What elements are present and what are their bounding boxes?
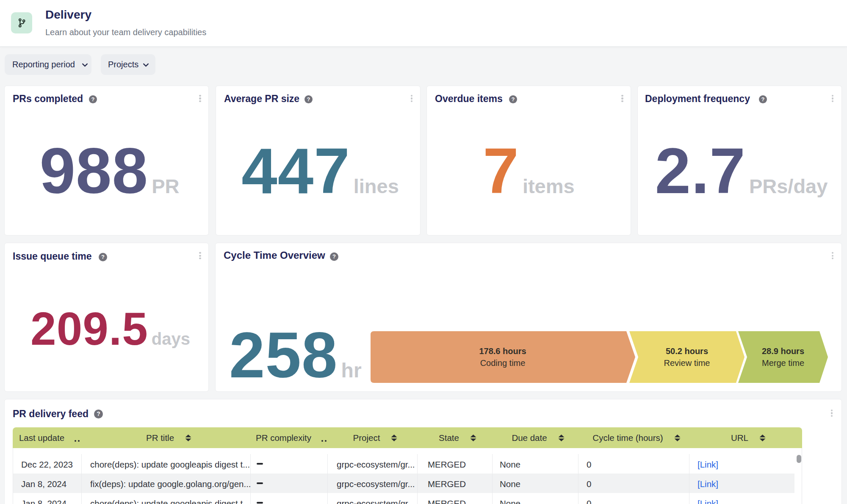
svg-text:178.6 hours: 178.6 hours bbox=[479, 346, 526, 356]
svg-text:Coding time: Coding time bbox=[480, 358, 526, 368]
svg-text:Review time: Review time bbox=[664, 358, 710, 368]
svg-text:50.2 hours: 50.2 hours bbox=[666, 346, 708, 356]
svg-text:Merge time: Merge time bbox=[762, 358, 804, 368]
svg-text:28.9 hours: 28.9 hours bbox=[762, 346, 804, 356]
